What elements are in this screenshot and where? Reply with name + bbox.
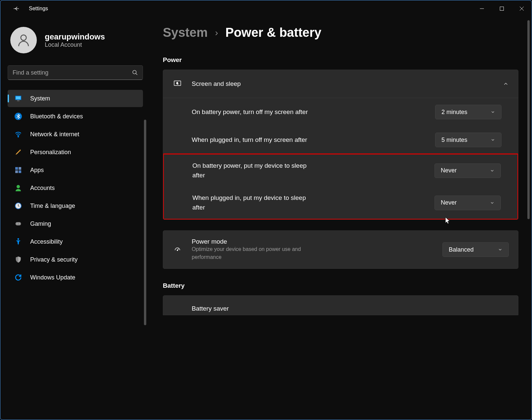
user-account-type: Local Account [45,41,105,48]
screen-off-plugged-dropdown[interactable]: 5 minutes [435,133,501,147]
screen-off-battery-dropdown[interactable]: 2 minutes [435,105,501,119]
account-icon [14,183,23,193]
svg-rect-12 [15,167,18,170]
app-title: Settings [29,6,48,12]
svg-point-11 [18,136,19,137]
svg-point-4 [21,35,27,40]
sidebar-item-label: Accessibility [30,238,63,245]
svg-rect-8 [16,96,21,99]
sidebar-item-accessibility[interactable]: Accessibility [8,233,143,250]
sidebar-item-label: Network & internet [30,131,79,138]
setting-label: When plugged in, turn off my screen afte… [192,135,307,145]
sleep-plugged-dropdown[interactable]: Never [434,196,501,210]
screen-off-plugged-row: When plugged in, turn off my screen afte… [163,126,518,154]
dropdown-value: Never [441,199,490,206]
sidebar-item-privacy[interactable]: Privacy & security [8,251,143,268]
chevron-up-icon [503,81,509,87]
sidebar-item-label: Time & language [30,203,75,210]
close-button[interactable] [512,0,532,17]
sidebar-item-system[interactable]: System [8,90,143,107]
back-arrow-icon [13,5,20,12]
sleep-battery-dropdown[interactable]: Never [434,163,501,178]
sidebar-item-label: Accounts [30,185,55,192]
setting-label: On battery power, turn off my screen aft… [192,107,308,117]
minimize-button[interactable] [472,0,492,17]
svg-rect-13 [19,167,21,170]
sidebar-item-accounts[interactable]: Accounts [8,179,143,197]
svg-rect-19 [16,222,21,225]
bluetooth-icon [14,112,23,121]
power-mode-icon [172,245,182,255]
power-mode-row: Power mode Optimize your device based on… [163,230,518,269]
svg-point-22 [18,238,19,240]
dropdown-value: 2 minutes [441,109,491,116]
sidebar-item-label: Bluetooth & devices [30,113,83,120]
battery-saver-card[interactable]: Battery saver [163,295,518,315]
svg-point-5 [133,70,136,74]
titlebar: Settings [0,0,532,17]
setting-label: On battery power, put my device to sleep… [192,161,312,180]
monitor-icon [14,94,23,103]
screen-sleep-icon [172,79,182,89]
svg-rect-9 [17,100,19,101]
person-icon [16,33,31,47]
chevron-down-icon [491,138,495,142]
svg-rect-14 [15,170,18,173]
sidebar-item-gaming[interactable]: Gaming [8,215,143,232]
power-mode-title: Power mode [192,238,442,245]
back-button[interactable] [10,2,23,15]
svg-point-21 [19,223,20,224]
screen-sleep-card: Screen and sleep On battery power, turn … [163,70,518,220]
dropdown-value: 5 minutes [441,137,491,144]
sleep-plugged-row: When plugged in, put my device to sleep … [164,187,517,219]
sidebar-item-network[interactable]: Network & internet [8,126,143,143]
dropdown-value: Balanced [449,246,498,253]
sidebar-item-label: Windows Update [30,274,75,281]
svg-point-16 [17,185,20,188]
gamepad-icon [14,219,23,228]
wifi-icon [14,130,23,139]
close-icon [519,6,524,11]
sidebar-scrollbar[interactable] [144,120,146,325]
brush-icon [14,148,23,157]
sidebar-item-bluetooth[interactable]: Bluetooth & devices [8,108,143,125]
screen-off-battery-row: On battery power, turn off my screen aft… [163,98,518,126]
power-mode-dropdown[interactable]: Balanced [442,242,509,257]
search-input[interactable] [13,69,132,76]
svg-point-20 [17,223,18,224]
breadcrumb-parent[interactable]: System [163,26,208,40]
apps-icon [14,165,23,175]
search-box[interactable] [8,65,143,80]
sidebar-item-label: Apps [30,167,44,174]
maximize-button[interactable] [492,0,512,17]
sidebar-item-label: Gaming [30,220,51,227]
search-icon [132,70,138,76]
user-name: gearupwindows [45,32,105,41]
sidebar-item-apps[interactable]: Apps [8,161,143,179]
sidebar-item-label: System [30,95,50,102]
setting-label: When plugged in, put my device to sleep … [192,193,312,212]
sleep-battery-row: On battery power, put my device to sleep… [164,154,517,187]
sidebar-item-update[interactable]: Windows Update [8,269,143,286]
sidebar: gearupwindows Local Account System Bluet… [0,17,146,420]
sidebar-item-personalization[interactable]: Personalization [8,144,143,161]
page-title: Power & battery [226,26,321,40]
screen-sleep-title: Screen and sleep [192,80,503,88]
power-mode-subtitle: Optimize your device based on power use … [192,245,324,261]
screen-sleep-expander[interactable]: Screen and sleep [163,70,518,98]
svg-line-6 [136,73,137,75]
content-scrollbar[interactable] [527,20,530,219]
battery-section-title: Battery [163,282,518,289]
battery-saver-title: Battery saver [192,305,509,312]
chevron-down-icon [498,247,502,252]
highlight-annotation: On battery power, put my device to sleep… [163,153,518,220]
chevron-down-icon [491,110,495,114]
svg-rect-15 [19,170,21,173]
power-section-title: Power [163,56,518,64]
dropdown-value: Never [441,167,490,174]
nav-list: System Bluetooth & devices Network & int… [8,90,146,286]
minimize-icon [480,6,484,11]
avatar [10,27,37,53]
sidebar-item-time[interactable]: Time & language [8,197,143,214]
user-profile[interactable]: gearupwindows Local Account [8,27,146,53]
